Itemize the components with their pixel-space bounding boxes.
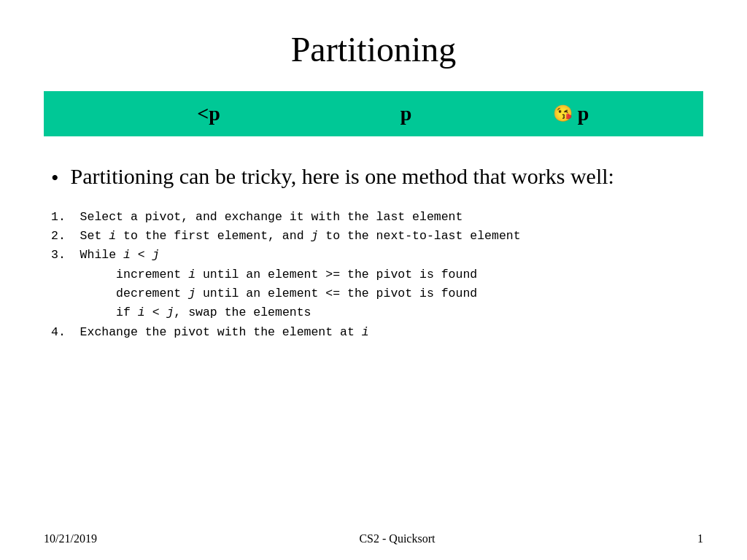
footer-course: CS2 - Quicksort	[359, 532, 435, 545]
smiley-icon: 😘	[553, 104, 573, 123]
partition-right-cell: 😘 p	[441, 93, 701, 134]
code-italic-i5: i	[362, 325, 369, 339]
code-line-5: decrement j until an element <= the pivo…	[51, 284, 703, 303]
code-line-6: if i < j, swap the elements	[51, 303, 703, 322]
partition-left-cell: <p	[46, 93, 374, 134]
code-line-2: 2. Set i to the first element, and j to …	[51, 227, 703, 246]
partition-mid-label: p	[400, 102, 412, 125]
slide-title: Partitioning	[44, 29, 703, 69]
code-italic-i3: i	[188, 268, 196, 281]
partition-mid-cell: p	[374, 93, 441, 134]
code-italic-j: j	[311, 229, 318, 243]
code-line-3: 3. While i < j	[51, 246, 703, 265]
code-italic-j2: j	[152, 248, 160, 262]
bullet-section: • Partitioning can be tricky, here is on…	[44, 162, 703, 193]
bullet-text: Partitioning can be tricky, here is one …	[71, 162, 614, 192]
code-line-4: increment i until an element >= the pivo…	[51, 265, 703, 284]
footer: 10/21/2019 CS2 - Quicksort 1	[0, 532, 747, 545]
slide: Partitioning <p p 😘 p • Partitioning can…	[0, 0, 747, 560]
code-italic-j3: j	[188, 287, 196, 300]
code-italic-i4: i	[138, 306, 145, 319]
code-line-7: 4. Exchange the pivot with the element a…	[51, 323, 703, 342]
code-italic-i: i	[109, 229, 116, 243]
bullet-item: • Partitioning can be tricky, here is on…	[51, 162, 703, 193]
code-section: 1. Select a pivot, and exchange it with …	[44, 208, 703, 343]
code-italic-i2: i	[123, 248, 131, 262]
partition-left-label: <p	[197, 102, 220, 125]
footer-date: 10/21/2019	[44, 532, 97, 545]
code-italic-j4: j	[166, 306, 174, 319]
partition-diagram: <p p 😘 p	[44, 91, 703, 136]
partition-right-label: p	[578, 102, 589, 125]
footer-page: 1	[697, 532, 703, 545]
bullet-dot: •	[51, 163, 59, 193]
code-line-1: 1. Select a pivot, and exchange it with …	[51, 208, 703, 227]
